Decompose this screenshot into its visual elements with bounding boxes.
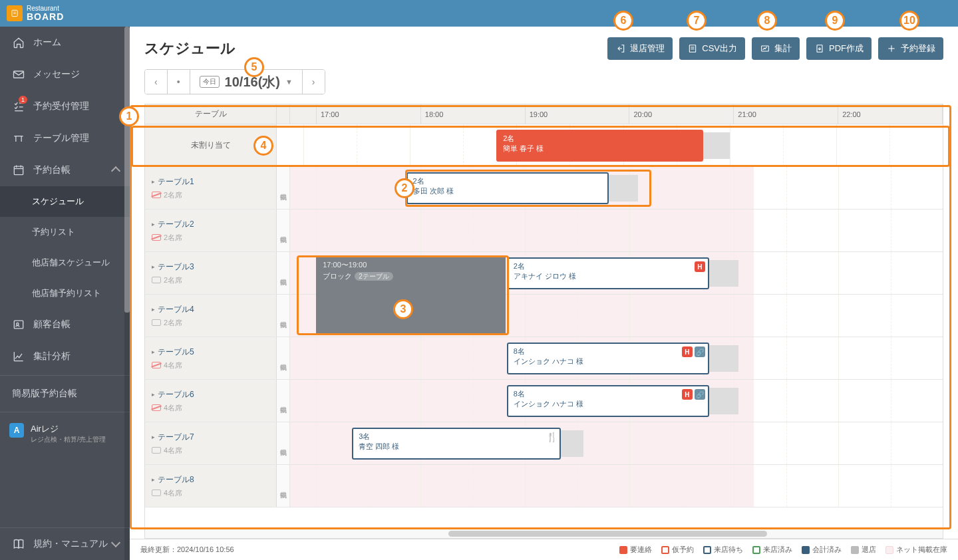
airregi-icon: A [9, 423, 24, 438]
reservation-guests: 3名 [359, 432, 554, 442]
aggregate-icon [760, 43, 770, 54]
hour-header: 19:00 [526, 104, 630, 124]
sidebar: ホーム メッセージ 予約受付管理 1 テーブル管理 予約台帳 スケジュール [0, 27, 130, 560]
reservation-card[interactable]: 8名インショク ハナコ 様H🔗 [507, 343, 709, 374]
seat-count: 2名席 [164, 190, 182, 200]
reservation-guests: 2名 [413, 176, 602, 186]
pdf-icon [814, 43, 825, 54]
nav-sub-other-list[interactable]: 他店舗予約リスト [0, 278, 130, 309]
plus-icon [886, 43, 897, 54]
tables-header-label: テーブル [145, 104, 277, 124]
seat-count: 4名席 [164, 488, 182, 498]
svg-point-15 [17, 323, 19, 325]
hour-header: 22:00 [838, 104, 943, 124]
listing-status: 掲載中 [277, 465, 290, 507]
row-table: テーブル22名席掲載中 [145, 210, 943, 252]
listing-status: 掲載中 [277, 167, 290, 209]
nav-simple-ledger[interactable]: 簡易版予約台帳 [0, 378, 130, 409]
table-name[interactable]: テーブル1 [152, 176, 194, 188]
table-name[interactable]: テーブル7 [152, 432, 194, 443]
reservation-name: インショク ハナコ 様 [514, 399, 703, 409]
csv-export-button[interactable]: CSV出力 [679, 37, 745, 60]
block-card[interactable]: 17:00〜19:00ブロック2テーブル [316, 256, 505, 335]
listing-status: 掲載中 [277, 380, 290, 422]
callout-6: 6 [613, 11, 633, 31]
table-name[interactable]: テーブル4 [152, 304, 194, 315]
listing-status: 掲載中 [277, 422, 290, 464]
pdf-button[interactable]: PDF作成 [806, 37, 872, 60]
svg-rect-3 [14, 71, 24, 78]
aggregate-button[interactable]: 集計 [752, 37, 800, 60]
airregi-sub: レジ点検・精算/売上管理 [31, 435, 106, 444]
nav-reservation-ledger[interactable]: 予約台帳 [0, 154, 130, 186]
reservation-card[interactable]: 3名青空 四郎 様🍴 [352, 428, 561, 460]
table-name[interactable]: テーブル2 [152, 219, 194, 230]
legend-left: 退店 [851, 545, 876, 555]
table-name[interactable]: テーブル3 [152, 261, 194, 273]
reservation-card[interactable]: 2名 簡単 春子 様 [496, 130, 703, 162]
nav-messages[interactable]: メッセージ [0, 59, 130, 90]
row-table: テーブル84名席掲載中 [145, 465, 943, 507]
row-table: テーブル54名席掲載中8名インショク ハナコ 様H🔗 [145, 337, 943, 380]
nav-reservation-mgmt[interactable]: 予約受付管理 1 [0, 90, 130, 122]
nav-analytics[interactable]: 集計分析 [0, 341, 130, 372]
link-icon: 🔗 [695, 347, 705, 357]
hotpepper-icon: H [695, 261, 705, 272]
seat-count: 4名席 [164, 360, 182, 370]
nav-customers[interactable]: 顧客台帳 [0, 309, 130, 341]
no-smoking-icon [152, 362, 161, 368]
reservation-guests: 2名 [514, 261, 703, 271]
hotpepper-icon: H [682, 389, 693, 400]
nav-sub-schedule[interactable]: スケジュール [0, 186, 130, 217]
nav-sub-other-schedule[interactable]: 他店舗スケジュール [0, 247, 130, 278]
table-name[interactable]: テーブル6 [152, 389, 194, 400]
block-time: 17:00〜19:00 [323, 260, 498, 270]
timeline-hscroll[interactable] [145, 529, 943, 538]
table-icon [12, 132, 25, 145]
nav-sub-list[interactable]: 予約リスト [0, 217, 130, 247]
date-today-dot-button[interactable]: • [168, 70, 190, 94]
callout-9: 9 [825, 11, 845, 31]
tail-bar [709, 345, 738, 372]
listing-status: 掲載中 [277, 295, 290, 337]
callout-5: 5 [244, 57, 264, 77]
chevron-down-icon: ▼ [285, 78, 293, 86]
button-label: CSV出力 [702, 43, 737, 55]
nav-terms[interactable]: 規約・マニュアル [0, 527, 130, 560]
row-table: テーブル74名席掲載中3名青空 四郎 様🍴 [145, 422, 943, 465]
home-icon [12, 36, 25, 49]
nav-airregi[interactable]: A Airレジ レジ点検・精算/売上管理 [0, 415, 130, 452]
contacts-icon [12, 318, 25, 331]
timeline: テーブル 17:0018:0019:0020:0021:0022:00 未割り当… [130, 104, 958, 539]
hour-header: 20:00 [629, 104, 734, 124]
timeline-body[interactable]: 未割り当て 2名 簡単 春子 様 テーブル12名席掲載中2名多田 次郎 様テーブ… [145, 124, 943, 529]
no-smoking-icon [152, 192, 161, 198]
legend-need-contact: 要連絡 [619, 545, 652, 555]
nav-label: ホーム [33, 37, 61, 49]
reservation-card[interactable]: 2名多田 次郎 様 [406, 172, 609, 204]
add-reservation-button[interactable]: 予約登録 [878, 37, 943, 60]
reservation-card[interactable]: 8名インショク ハナコ 様H🔗 [507, 385, 709, 417]
link-icon: 🔗 [695, 389, 705, 400]
table-name[interactable]: テーブル8 [152, 474, 194, 486]
footer: 最終更新：2024/10/16 10:56 要連絡 仮予約 来店待ち 来店済み … [130, 539, 958, 560]
legend-arrived: 来店済み [752, 545, 792, 555]
seat-icon [152, 490, 161, 496]
nav-home[interactable]: ホーム [0, 27, 130, 59]
nav-label: 集計分析 [33, 350, 71, 362]
reservation-guests: 2名 [503, 134, 696, 144]
tail-bar [703, 132, 730, 159]
nav-label: 予約リスト [32, 226, 75, 238]
nav-label: 顧客台帳 [33, 319, 71, 331]
date-next-button[interactable]: › [303, 70, 325, 94]
table-name[interactable]: テーブル5 [152, 347, 194, 358]
seat-count: 2名席 [164, 318, 182, 328]
airregi-label: Airレジ [31, 423, 106, 435]
date-prev-button[interactable]: ‹ [145, 70, 168, 94]
hour-header: 18:00 [421, 104, 526, 124]
reservation-card[interactable]: 2名アキナイ ジロウ 様H [507, 257, 709, 289]
leave-mgmt-button[interactable]: 退店管理 [607, 37, 673, 60]
nav-table-mgmt[interactable]: テーブル管理 [0, 122, 130, 154]
svg-rect-19 [690, 45, 696, 53]
seat-count: 4名席 [164, 446, 182, 456]
